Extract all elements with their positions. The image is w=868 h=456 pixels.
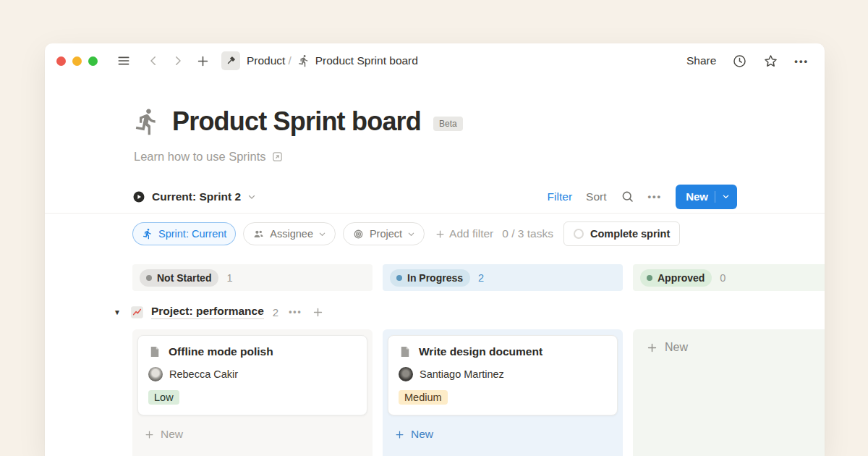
view-selector-label: Current: Sprint 2 xyxy=(152,190,241,203)
view-toolbar: Current: Sprint 2 Filter Sort ••• New xyxy=(45,180,825,214)
people-icon xyxy=(252,228,265,240)
add-card-label: New xyxy=(161,428,183,441)
status-pill[interactable]: In Progress xyxy=(390,269,470,287)
window-controls xyxy=(56,56,98,66)
column-count: 0 xyxy=(720,272,726,284)
filter-bar: Sprint: Current Assignee Project Add fil… xyxy=(132,221,680,246)
more-options-icon[interactable]: ••• xyxy=(794,56,809,67)
view-options-icon[interactable]: ••• xyxy=(648,191,663,202)
back-icon[interactable] xyxy=(147,54,160,67)
sprint-view-selector[interactable]: Current: Sprint 2 xyxy=(132,190,256,203)
plus-icon xyxy=(394,429,405,440)
column-header-not-started: Not Started 1 xyxy=(132,264,373,291)
chevron-down-icon xyxy=(247,193,256,201)
avatar xyxy=(148,367,163,381)
forward-icon[interactable] xyxy=(171,54,184,67)
add-card-button[interactable]: New xyxy=(388,424,618,444)
board-lanes: Offline mode polish Rebecca Cakir Low Ne… xyxy=(132,329,825,456)
status-dot-icon xyxy=(146,275,152,281)
project-chip-label: Project xyxy=(370,228,402,240)
status-pill[interactable]: Approved xyxy=(640,269,712,287)
complete-sprint-label: Complete sprint xyxy=(590,228,670,240)
new-button-label: New xyxy=(686,190,708,203)
runner-icon[interactable] xyxy=(132,107,161,136)
group-add-icon[interactable] xyxy=(312,306,324,318)
product-workspace-icon[interactable] xyxy=(221,51,240,70)
chevron-down-icon xyxy=(407,230,415,238)
lane-not-started: Offline mode polish Rebecca Cakir Low Ne… xyxy=(132,329,373,456)
breadcrumb-root[interactable]: Product xyxy=(247,54,285,67)
assignee-name: Santiago Martinez xyxy=(420,368,504,380)
new-button[interactable]: New xyxy=(676,185,737,209)
chevron-down-icon xyxy=(318,230,326,238)
column-count: 2 xyxy=(478,272,484,284)
task-card[interactable]: Offline mode polish Rebecca Cakir Low xyxy=(137,335,367,415)
add-filter-button[interactable]: Add filter xyxy=(435,227,493,240)
sort-button[interactable]: Sort xyxy=(586,190,606,203)
column-count: 1 xyxy=(226,272,232,284)
external-link-icon xyxy=(271,151,284,163)
sprint-chip-label: Sprint: Current xyxy=(158,228,226,240)
progress-ring-icon xyxy=(574,229,584,239)
group-header: ▼ Project: performance 2 ••• xyxy=(114,301,825,323)
breadcrumb-separator: / xyxy=(288,54,291,67)
add-card-button[interactable]: New xyxy=(642,339,825,355)
status-dot-icon xyxy=(647,275,652,281)
play-circle-icon xyxy=(132,190,145,203)
add-card-button[interactable]: New xyxy=(137,424,367,444)
minimize-button[interactable] xyxy=(72,56,82,66)
complete-sprint-button[interactable]: Complete sprint xyxy=(563,221,680,246)
collapse-toggle-icon[interactable]: ▼ xyxy=(114,308,121,316)
maximize-button[interactable] xyxy=(88,56,98,66)
task-progress-label: 0 / 3 tasks xyxy=(502,227,553,240)
chevron-down-icon xyxy=(722,193,730,200)
project-filter-chip[interactable]: Project xyxy=(343,222,425,245)
page-icon xyxy=(148,345,161,358)
target-icon xyxy=(352,228,365,240)
assignee-filter-chip[interactable]: Assignee xyxy=(243,222,336,245)
sprint-board: Not Started 1 In Progress 2 Approved xyxy=(132,264,825,456)
add-filter-label: Add filter xyxy=(449,227,493,240)
board-column-headers: Not Started 1 In Progress 2 Approved xyxy=(132,264,825,291)
app-window: Product / Product Sprint board Share ••• xyxy=(45,43,825,456)
status-label: Not Started xyxy=(157,272,211,284)
card-title: Write design document xyxy=(419,345,542,358)
page-icon xyxy=(399,345,412,358)
assignee-name: Rebecca Cakir xyxy=(169,368,238,380)
priority-tag: Low xyxy=(148,390,179,405)
button-divider xyxy=(715,191,715,203)
help-link[interactable]: Learn how to use Sprints xyxy=(134,150,284,164)
window-topbar: Product / Product Sprint board Share ••• xyxy=(45,43,825,78)
new-page-icon[interactable] xyxy=(196,54,210,68)
lane-approved: New xyxy=(633,329,825,456)
page-title[interactable]: Product Sprint board xyxy=(172,106,421,137)
close-button[interactable] xyxy=(56,56,66,66)
help-link-label: Learn how to use Sprints xyxy=(134,150,266,164)
runner-icon xyxy=(297,54,310,67)
lane-in-progress: Write design document Santiago Martinez … xyxy=(383,329,623,456)
beta-badge: Beta xyxy=(433,117,463,131)
column-header-in-progress: In Progress 2 xyxy=(383,264,623,291)
add-card-label: New xyxy=(411,428,433,441)
task-card[interactable]: Write design document Santiago Martinez … xyxy=(388,335,618,415)
status-label: Approved xyxy=(658,272,705,284)
status-pill[interactable]: Not Started xyxy=(140,269,218,287)
favorite-star-icon[interactable] xyxy=(763,54,778,69)
updates-clock-icon[interactable] xyxy=(732,54,747,69)
sprint-filter-chip[interactable]: Sprint: Current xyxy=(132,222,236,245)
page-header: Product Sprint board Beta xyxy=(132,106,463,137)
status-label: In Progress xyxy=(407,272,463,284)
add-card-label: New xyxy=(665,341,688,354)
share-button[interactable]: Share xyxy=(686,54,716,67)
breadcrumb-current[interactable]: Product Sprint board xyxy=(315,54,418,67)
filter-button[interactable]: Filter xyxy=(548,190,572,203)
group-options-icon[interactable]: ••• xyxy=(289,307,302,317)
group-label[interactable]: Project: performance xyxy=(151,305,264,319)
runner-icon xyxy=(142,228,153,240)
chart-increasing-icon xyxy=(129,305,145,320)
avatar xyxy=(399,367,413,381)
sidebar-menu-icon[interactable] xyxy=(116,54,131,68)
card-title: Offline mode polish xyxy=(169,345,273,358)
search-icon[interactable] xyxy=(621,190,634,203)
status-dot-icon xyxy=(396,275,402,281)
